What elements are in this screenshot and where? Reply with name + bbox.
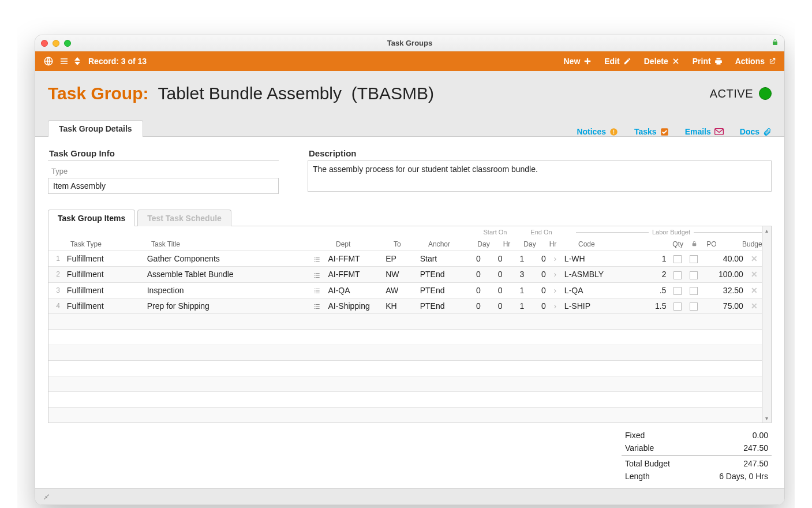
- fixed-label: Fixed: [625, 431, 645, 440]
- tab-task-group-items[interactable]: Task Group Items: [48, 210, 135, 226]
- new-button[interactable]: New: [563, 57, 592, 66]
- row-po-checkbox[interactable]: [686, 267, 702, 282]
- actions-button[interactable]: Actions: [735, 57, 776, 66]
- row-qty: .5: [641, 282, 670, 298]
- row-delete-button[interactable]: ✕: [747, 282, 762, 298]
- row-dept-icon[interactable]: [309, 251, 324, 267]
- budget-summary: Fixed0.00 Variable247.50 Total Budget247…: [622, 429, 772, 483]
- pin-icon: [42, 492, 50, 502]
- table-group-header: Start On End On Labor Budget: [48, 226, 762, 236]
- type-field[interactable]: Item Assembly: [48, 178, 279, 194]
- status-indicator-icon: [759, 87, 772, 100]
- tab-task-group-details[interactable]: Task Group Details: [48, 120, 143, 137]
- row-delete-button[interactable]: ✕: [747, 267, 762, 282]
- window-controls: [41, 40, 71, 47]
- popout-icon: [768, 57, 776, 65]
- empty-row: [48, 345, 762, 360]
- tasks-link[interactable]: Tasks: [634, 127, 669, 136]
- globe-icon[interactable]: [43, 56, 54, 66]
- row-expand-icon[interactable]: ›: [549, 282, 561, 298]
- variable-value: 247.50: [743, 443, 768, 453]
- record-next-icon[interactable]: [74, 61, 80, 66]
- table-row[interactable]: 4FulfillmentPrep for ShippingAI-Shipping…: [48, 298, 762, 313]
- empty-row: [48, 313, 762, 329]
- footer: [35, 488, 784, 505]
- menu-icon[interactable]: [59, 57, 69, 66]
- row-to: KH: [382, 298, 417, 313]
- inner-tab-strip: Task Group Items Test Task Schedule: [48, 209, 772, 226]
- row-start-hr: 0: [484, 251, 506, 267]
- row-expand-icon[interactable]: ›: [549, 251, 561, 267]
- row-budget: 75.00: [702, 298, 747, 313]
- description-field[interactable]: The assembly process for our student tab…: [308, 160, 772, 192]
- edit-button[interactable]: Edit: [604, 57, 631, 66]
- table-row[interactable]: 3FulfillmentInspectionAI-QAAWPTEnd0010›L…: [48, 282, 762, 298]
- close-window-button[interactable]: [41, 40, 48, 47]
- row-lock-checkbox[interactable]: [669, 298, 686, 313]
- row-dept: AI-FFMT: [324, 267, 382, 282]
- row-dept-icon[interactable]: [309, 282, 324, 298]
- row-expand-icon[interactable]: ›: [549, 298, 561, 313]
- row-end-day: 1: [506, 282, 528, 298]
- content-area: Task Group Info Type Item Assembly Descr…: [35, 137, 784, 488]
- table-row[interactable]: 1FulfillmentGather ComponentsAI-FFMTEPSt…: [48, 251, 762, 267]
- row-lock-checkbox[interactable]: [669, 282, 686, 298]
- row-code: L-SHIP: [561, 298, 641, 313]
- row-delete-button[interactable]: ✕: [747, 298, 762, 313]
- row-qty: 1: [641, 251, 670, 267]
- list-icon: [313, 287, 321, 295]
- record-position: Record: 3 of 13: [88, 57, 147, 66]
- tab-test-task-schedule[interactable]: Test Task Schedule: [137, 210, 231, 226]
- status-block: ACTIVE: [710, 87, 772, 100]
- pencil-icon: [623, 57, 631, 65]
- variable-label: Variable: [625, 443, 654, 453]
- row-task-type: Fulfillment: [63, 267, 144, 282]
- emails-link[interactable]: Emails: [685, 127, 724, 136]
- empty-row: [48, 407, 762, 423]
- row-qty: 2: [641, 267, 670, 282]
- scroll-up-icon[interactable]: ▴: [762, 227, 771, 234]
- zoom-window-button[interactable]: [64, 40, 71, 47]
- row-start-day: 0: [462, 251, 484, 267]
- items-table-wrap: Start On End On Labor Budget Task Type T…: [48, 226, 772, 423]
- row-dept-icon[interactable]: [309, 267, 324, 282]
- row-po-checkbox[interactable]: [686, 298, 702, 313]
- row-end-hr: 0: [527, 267, 549, 282]
- scroll-down-icon[interactable]: ▾: [762, 415, 771, 421]
- col-anchor: Anchor: [426, 240, 472, 248]
- docs-link[interactable]: Docs: [740, 127, 772, 136]
- paperclip-icon: [763, 128, 772, 136]
- col-code: Code: [576, 240, 657, 248]
- plus-icon: [583, 57, 592, 65]
- row-start-hr: 0: [484, 267, 506, 282]
- notices-link[interactable]: Notices: [577, 127, 618, 136]
- delete-button[interactable]: Delete: [644, 57, 680, 66]
- length-value: 6 Days, 0 Hrs: [719, 472, 768, 481]
- record-prev-icon[interactable]: [74, 57, 80, 61]
- print-button[interactable]: Print: [693, 57, 723, 66]
- list-icon: [313, 271, 321, 279]
- type-label: Type: [48, 165, 279, 178]
- row-task-title: Inspection: [144, 282, 310, 298]
- minimize-window-button[interactable]: [53, 40, 59, 47]
- row-lock-checkbox[interactable]: [669, 267, 686, 282]
- row-task-type: Fulfillment: [63, 298, 144, 313]
- table-row[interactable]: 2FulfillmentAssemble Tablet BundleAI-FFM…: [48, 267, 762, 282]
- record-navigator[interactable]: [74, 57, 80, 66]
- row-po-checkbox[interactable]: [686, 282, 702, 298]
- empty-row: [48, 329, 762, 345]
- row-code: L-WH: [561, 251, 641, 267]
- col-end-day: Day: [518, 240, 541, 248]
- page-title-label: Task Group:: [48, 84, 148, 103]
- col-po: PO: [703, 240, 720, 248]
- row-delete-button[interactable]: ✕: [747, 251, 762, 267]
- row-lock-checkbox[interactable]: [669, 251, 686, 267]
- row-expand-icon[interactable]: ›: [549, 267, 561, 282]
- row-dept-icon[interactable]: [309, 298, 324, 313]
- row-po-checkbox[interactable]: [686, 251, 702, 267]
- scrollbar[interactable]: ▴ ▾: [762, 226, 771, 423]
- col-task-title: Task Title: [149, 240, 316, 248]
- lock-column-icon: [691, 241, 697, 246]
- labor-budget-label: Labor Budget: [652, 229, 690, 236]
- row-anchor: PTEnd: [417, 267, 463, 282]
